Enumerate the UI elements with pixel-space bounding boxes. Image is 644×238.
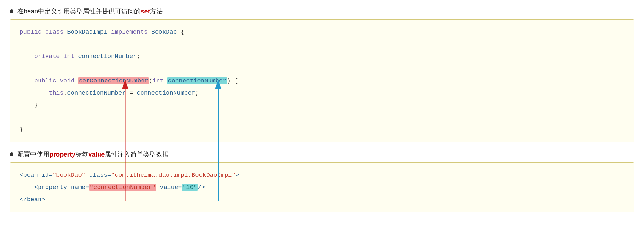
- code-line-8: [20, 111, 624, 123]
- code-line-9: }: [20, 123, 624, 136]
- code-line-6: this.connectionNumber = connectionNumber…: [20, 87, 624, 99]
- code-block-2: <bean id="bookDao" class="com.itheima.da…: [10, 162, 634, 212]
- code-line-4: [20, 63, 624, 75]
- bullet-dot-2: [10, 152, 13, 156]
- page-wrapper: 在bean中定义引用类型属性并提供可访问的set方法 public class …: [10, 6, 634, 219]
- code-line-2: [20, 38, 624, 50]
- code-line-5: public void setConnectionNumber(int conn…: [20, 75, 624, 87]
- bullet-1-text: 在bean中定义引用类型属性并提供可访问的set方法: [17, 6, 163, 16]
- code-block-1: public class BookDaoImpl implements Book…: [10, 19, 634, 142]
- keyword-value: value: [88, 151, 105, 158]
- highlight-setConnectionNumber: setConnectionNumber: [78, 77, 149, 84]
- code-line-7: }: [20, 99, 624, 111]
- bullet-2-text: 配置中使用property标签value属性注入简单类型数据: [17, 149, 169, 159]
- keyword-property: property: [49, 151, 75, 158]
- xml-highlight-name: "connectionNumber": [89, 184, 156, 191]
- bullet-2: 配置中使用property标签value属性注入简单类型数据: [10, 149, 634, 159]
- bullet-dot-1: [10, 9, 13, 13]
- xml-line-3: </bean>: [20, 193, 624, 206]
- xml-line-2: <property name="connectionNumber" value=…: [20, 181, 624, 193]
- highlight-connectionNumber-param: connectionNumber: [167, 77, 227, 84]
- bullet-1: 在bean中定义引用类型属性并提供可访问的set方法: [10, 6, 634, 16]
- code-line-1: public class BookDaoImpl implements Book…: [20, 26, 624, 38]
- keyword-set: set: [141, 8, 150, 15]
- xml-line-1: <bean id="bookDao" class="com.itheima.da…: [20, 169, 624, 181]
- code-line-3: private int connectionNumber;: [20, 50, 624, 63]
- xml-highlight-value: "10": [182, 184, 198, 191]
